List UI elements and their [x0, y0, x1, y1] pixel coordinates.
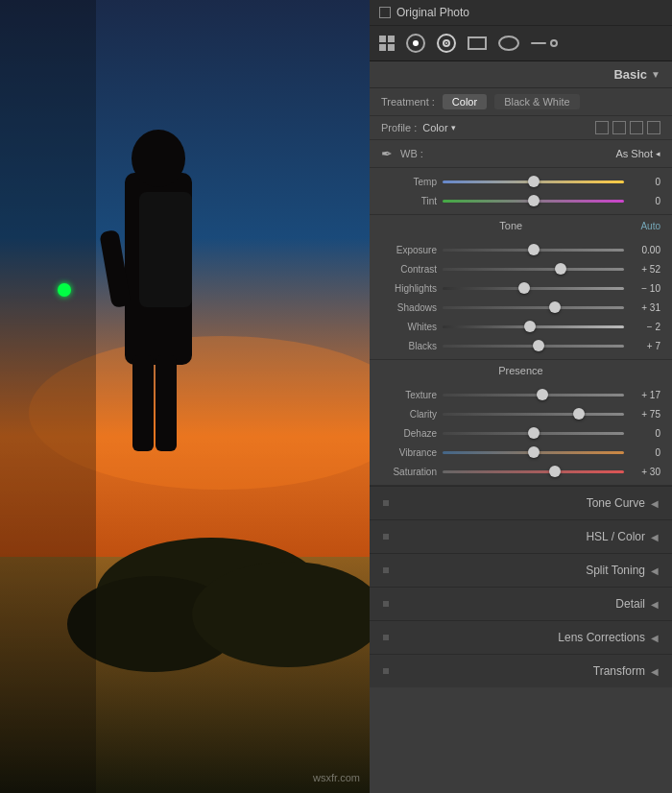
collapsed-panel-split-toning[interactable]: Split Toning ◀ [370, 553, 672, 587]
collapsed-panel-detail[interactable]: Detail ◀ [370, 587, 672, 620]
collapsed-panel-arrow: ◀ [651, 633, 659, 643]
original-photo-checkbox[interactable] [379, 7, 391, 18]
tone-label: Tone [381, 220, 640, 231]
exposure-slider[interactable] [443, 243, 624, 256]
texture-value: + 17 [630, 390, 660, 400]
dehaze-label: Dehaze [381, 428, 437, 439]
dehaze-slider[interactable] [443, 426, 624, 440]
profile-icon-3[interactable] [630, 121, 643, 134]
exposure-label: Exposure [381, 245, 437, 255]
collapsed-panel-tone-curve[interactable]: Tone Curve ◀ [370, 486, 672, 519]
panel-indicator [383, 635, 389, 640]
svg-rect-10 [132, 355, 154, 451]
shadows-label: Shadows [381, 302, 437, 313]
crop-icon[interactable] [406, 34, 425, 53]
treatment-row: Treatment : Color Black & White [370, 88, 672, 116]
wb-row: ✒ WB : As Shot ◂ [370, 140, 672, 168]
profile-label: Profile : [381, 122, 417, 133]
wb-label: WB : [400, 148, 423, 159]
contrast-slider-row: Contrast + 52 [381, 259, 660, 278]
highlights-value: − 10 [630, 283, 660, 294]
collapsed-panel-label: Tone Curve [587, 496, 645, 510]
panel-indicator [383, 567, 389, 573]
temp-value: 0 [630, 177, 660, 187]
dehaze-value: 0 [630, 428, 660, 439]
blacks-slider-row: Blacks + 7 [381, 336, 660, 355]
vibrance-label: Vibrance [381, 447, 437, 458]
treatment-label: Treatment : [381, 96, 435, 108]
basic-section-header[interactable]: Basic ▼ [370, 61, 672, 88]
clarity-value: + 75 [630, 409, 660, 420]
tone-section-header: Tone Auto [370, 215, 672, 236]
radial-icon[interactable] [498, 36, 519, 51]
contrast-label: Contrast [381, 264, 437, 275]
contrast-value: + 52 [630, 264, 660, 275]
saturation-slider[interactable] [443, 465, 624, 478]
profile-icon-2[interactable] [612, 121, 626, 134]
tool-icons-row [370, 26, 672, 61]
panel-indicator [383, 668, 389, 674]
grid-icon[interactable] [379, 36, 395, 51]
auto-button[interactable]: Auto [640, 221, 660, 231]
temp-label: Temp [381, 177, 437, 187]
heal-icon[interactable] [437, 34, 456, 53]
basic-collapse-arrow: ▼ [651, 69, 660, 80]
collapsed-panel-hsl---color[interactable]: HSL / Color ◀ [370, 519, 672, 553]
vibrance-slider[interactable] [443, 445, 624, 459]
panel-indicator [383, 601, 389, 607]
presence-section-header: Presence [370, 360, 672, 381]
temp-slider[interactable] [443, 175, 624, 188]
whites-slider-row: Whites − 2 [381, 317, 660, 336]
contrast-slider[interactable] [443, 262, 624, 276]
svg-rect-11 [156, 355, 177, 451]
highlights-label: Highlights [381, 283, 437, 294]
wb-value[interactable]: As Shot ◂ [615, 148, 660, 159]
blacks-slider[interactable] [443, 339, 624, 352]
highlights-slider[interactable] [443, 281, 624, 295]
collapsed-panel-label: Split Toning [586, 564, 645, 577]
exposure-slider-row: Exposure 0.00 [381, 240, 660, 259]
tint-slider-row: Tint 0 [381, 191, 660, 210]
eyedropper-icon[interactable]: ✒ [381, 146, 393, 161]
whites-label: Whites [381, 322, 437, 332]
whites-slider[interactable] [443, 320, 624, 333]
collapsed-panel-arrow: ◀ [651, 565, 659, 576]
clarity-slider[interactable] [443, 407, 624, 421]
tint-label: Tint [381, 196, 437, 206]
saturation-label: Saturation [381, 467, 437, 477]
green-dot-indicator [58, 283, 71, 297]
blacks-label: Blacks [381, 341, 437, 351]
temp-slider-row: Temp 0 [381, 172, 660, 191]
dehaze-slider-row: Dehaze 0 [381, 423, 660, 443]
brush-icon[interactable] [531, 39, 558, 47]
top-bar: Original Photo [370, 0, 672, 26]
shadows-value: + 31 [630, 302, 660, 313]
vibrance-slider-row: Vibrance 0 [381, 443, 660, 462]
profile-icon-1[interactable] [595, 121, 609, 134]
collapsed-panel-arrow: ◀ [651, 666, 659, 677]
profile-row: Profile : Color ▾ [370, 116, 672, 140]
panel-indicator [383, 534, 389, 540]
collapsed-panel-arrow: ◀ [651, 532, 659, 542]
shadows-slider-row: Shadows + 31 [381, 298, 660, 317]
collapsed-panel-lens-corrections[interactable]: Lens Corrections ◀ [370, 620, 672, 654]
collapsed-panel-label: Detail [615, 597, 645, 611]
presence-label: Presence [381, 365, 660, 376]
filter-icon[interactable] [468, 36, 487, 50]
shadows-slider[interactable] [443, 300, 624, 314]
basic-title: Basic [613, 67, 647, 82]
texture-slider[interactable] [443, 388, 624, 401]
tint-slider[interactable] [443, 194, 624, 207]
profile-value[interactable]: Color ▾ [422, 122, 455, 133]
treatment-color-button[interactable]: Color [443, 94, 487, 109]
watermark: wsxfr.com [313, 772, 360, 783]
profile-icon-4[interactable] [647, 121, 660, 134]
saturation-value: + 30 [630, 467, 660, 477]
panel-indicator [383, 500, 389, 506]
clarity-slider-row: Clarity + 75 [381, 404, 660, 423]
treatment-bw-button[interactable]: Black & White [494, 94, 579, 109]
collapsed-panel-transform[interactable]: Transform ◀ [370, 654, 672, 687]
tone-sliders: Exposure 0.00 Contrast + 52 Highlights [370, 236, 672, 360]
svg-rect-8 [139, 192, 192, 307]
temp-tint-sliders: Temp 0 Tint 0 [370, 168, 672, 215]
